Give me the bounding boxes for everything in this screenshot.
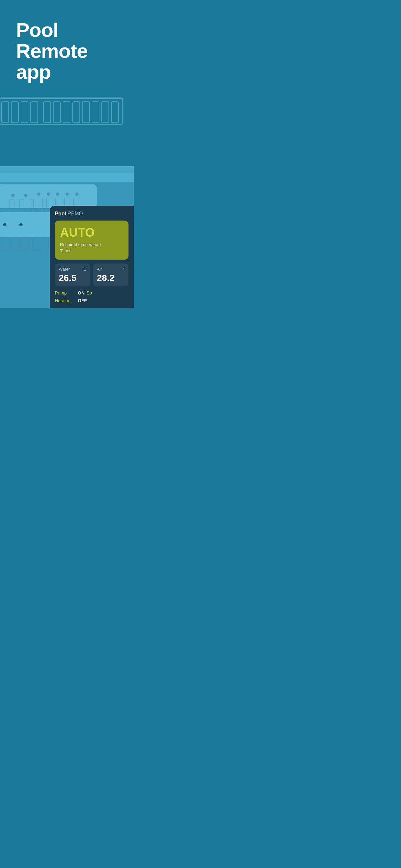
svg-rect-5: [43, 102, 51, 123]
svg-point-17: [11, 194, 14, 197]
svg-rect-7: [63, 102, 70, 123]
pool-illustration: aseko Pool REMO AUTO Required temperatur…: [0, 89, 134, 308]
header-section: Pool Remote app: [0, 0, 134, 89]
svg-point-20: [47, 192, 50, 196]
svg-point-19: [37, 192, 40, 196]
card-title-remote: REMO: [67, 211, 83, 217]
air-unit: °: [123, 267, 125, 272]
water-temp-value: 26.5: [59, 273, 87, 283]
svg-rect-9: [82, 102, 89, 123]
svg-rect-2: [11, 102, 19, 123]
water-unit: °C: [82, 267, 87, 272]
svg-rect-15: [0, 166, 134, 182]
air-temp-value: 28.2: [97, 273, 125, 283]
water-temp-card: Water °C 26.5: [55, 264, 90, 286]
svg-rect-1: [2, 102, 9, 123]
auto-mode-label: AUTO: [60, 226, 123, 240]
heating-value: OFF: [78, 298, 87, 303]
svg-rect-4: [31, 102, 38, 123]
timer-label: Timer: [60, 248, 123, 253]
svg-rect-6: [53, 102, 60, 123]
solar-label: So: [87, 290, 92, 296]
air-label: Air: [97, 267, 102, 272]
device-dot-1: [3, 223, 6, 226]
svg-rect-12: [112, 102, 119, 123]
pump-label: Pump: [55, 290, 76, 296]
required-temperature-label: Required temperature: [60, 242, 123, 247]
pump-status-row: Pump ON So: [55, 290, 128, 296]
svg-rect-11: [102, 102, 109, 123]
pump-value: ON: [78, 290, 85, 296]
water-label: Water: [59, 267, 70, 272]
heating-status-row: Heating OFF: [55, 298, 128, 303]
svg-point-23: [75, 192, 79, 196]
water-temp-header: Water °C: [59, 267, 87, 272]
status-rows: Pump ON So Heating OFF: [55, 290, 128, 303]
temperature-readings: Water °C 26.5 Air ° 28.2: [55, 264, 128, 286]
card-header: Pool REMO: [55, 211, 128, 217]
svg-rect-3: [21, 102, 28, 123]
svg-rect-8: [73, 102, 80, 123]
heating-label: Heating: [55, 298, 76, 303]
svg-point-18: [24, 194, 27, 197]
air-temp-header: Air °: [97, 267, 125, 272]
app-title: Pool Remote app: [16, 20, 134, 82]
card-title-pool: Pool: [55, 211, 66, 217]
svg-point-21: [56, 192, 59, 196]
pool-remote-card: Pool REMO AUTO Required temperature Time…: [50, 206, 134, 308]
device-dot-2: [19, 223, 23, 226]
svg-point-22: [66, 192, 69, 196]
svg-rect-10: [92, 102, 99, 123]
auto-panel[interactable]: AUTO Required temperature Timer: [55, 221, 128, 259]
device-indicators: [3, 223, 23, 226]
air-temp-card: Air ° 28.2: [93, 264, 128, 286]
